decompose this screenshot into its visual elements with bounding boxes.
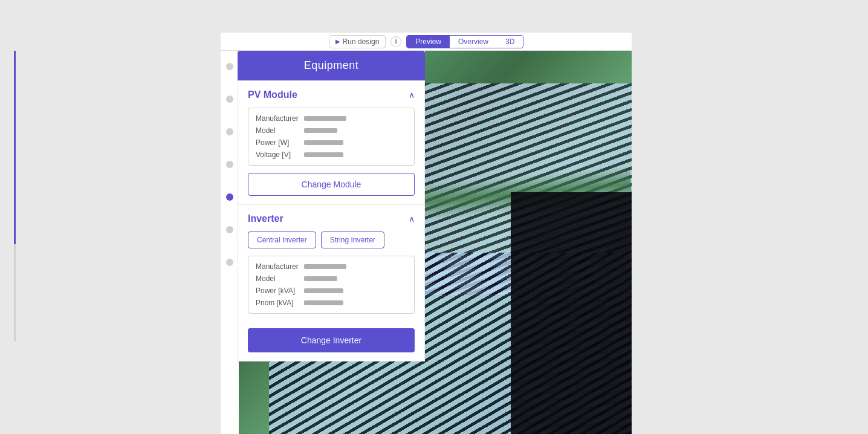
central-inverter-button[interactable]: Central Inverter — [248, 232, 316, 248]
pv-model-value — [304, 128, 337, 133]
inverter-header: Inverter ∧ — [248, 213, 415, 224]
tab-3d[interactable]: 3D — [497, 36, 523, 48]
change-inverter-button[interactable]: Change Inverter — [248, 328, 415, 352]
sidebar-dot-4[interactable] — [226, 161, 233, 168]
inv-power-row: Power [kVA] — [256, 287, 407, 295]
pv-power-label: Power [W] — [256, 138, 304, 147]
pv-module-title: PV Module — [248, 89, 297, 100]
tab-overview[interactable]: Overview — [450, 36, 497, 48]
sidebar-dot-6[interactable] — [226, 226, 233, 233]
inv-pnom-row: Pnom [kVA] — [256, 299, 407, 307]
change-module-button[interactable]: Change Module — [248, 173, 415, 196]
equipment-header: Equipment — [238, 51, 425, 80]
pv-power-value — [304, 140, 343, 145]
run-design-button[interactable]: ▶ Run design — [329, 35, 386, 48]
inverter-type-buttons: Central Inverter String Inverter — [248, 232, 415, 248]
top-bar: ▶ Run design ℹ Preview Overview 3D — [221, 33, 632, 51]
sidebar-dot-1[interactable] — [226, 63, 233, 70]
string-inverter-button[interactable]: String Inverter — [321, 232, 384, 248]
pv-module-info-card: Manufacturer Model Power [W] Voltage [V] — [248, 108, 415, 166]
pv-voltage-label: Voltage [V] — [256, 151, 304, 159]
pv-power-row: Power [W] — [256, 138, 407, 147]
sidebar-line-active — [14, 51, 16, 244]
sidebar-dot-7[interactable] — [226, 259, 233, 266]
left-sidebar — [221, 51, 239, 434]
inv-manufacturer-label: Manufacturer — [256, 262, 304, 271]
pv-model-row: Model — [256, 126, 407, 135]
run-design-label: Run design — [343, 37, 380, 46]
pv-model-label: Model — [256, 126, 304, 135]
pv-manufacturer-label: Manufacturer — [256, 114, 304, 123]
pv-manufacturer-value — [304, 116, 346, 121]
inverter-info-card: Manufacturer Model Power [kVA] Pnom [kVA… — [248, 256, 415, 314]
inverter-section: Inverter ∧ Central Inverter String Inver… — [238, 205, 425, 361]
inv-manufacturer-row: Manufacturer — [256, 262, 407, 271]
inv-model-value — [304, 276, 337, 281]
pv-module-section: PV Module ∧ Manufacturer Model Power [W]… — [238, 80, 425, 205]
inverter-title: Inverter — [248, 213, 283, 224]
equipment-title: Equipment — [304, 59, 359, 71]
sidebar-dot-5[interactable] — [226, 193, 233, 201]
pv-voltage-value — [304, 152, 343, 157]
play-icon: ▶ — [335, 38, 340, 45]
inv-manufacturer-value — [304, 264, 346, 269]
inverter-collapse-icon[interactable]: ∧ — [409, 214, 415, 224]
pv-manufacturer-row: Manufacturer — [256, 114, 407, 123]
pv-module-header: PV Module ∧ — [248, 89, 415, 100]
inv-pnom-label: Pnom [kVA] — [256, 299, 304, 307]
pv-module-collapse-icon[interactable]: ∧ — [409, 90, 415, 100]
inv-model-row: Model — [256, 274, 407, 283]
sidebar-dot-2[interactable] — [226, 96, 233, 103]
sidebar-dot-3[interactable] — [226, 128, 233, 135]
inv-power-value — [304, 288, 343, 293]
info-button[interactable]: ℹ — [390, 36, 401, 47]
inv-model-label: Model — [256, 274, 304, 283]
pv-voltage-row: Voltage [V] — [256, 151, 407, 159]
view-tabs: Preview Overview 3D — [406, 35, 523, 48]
tab-preview[interactable]: Preview — [407, 36, 450, 48]
inv-power-label: Power [kVA] — [256, 287, 304, 295]
info-icon: ℹ — [395, 37, 397, 45]
inv-pnom-value — [304, 300, 343, 305]
equipment-panel: Equipment PV Module ∧ Manufacturer Model… — [238, 51, 425, 361]
